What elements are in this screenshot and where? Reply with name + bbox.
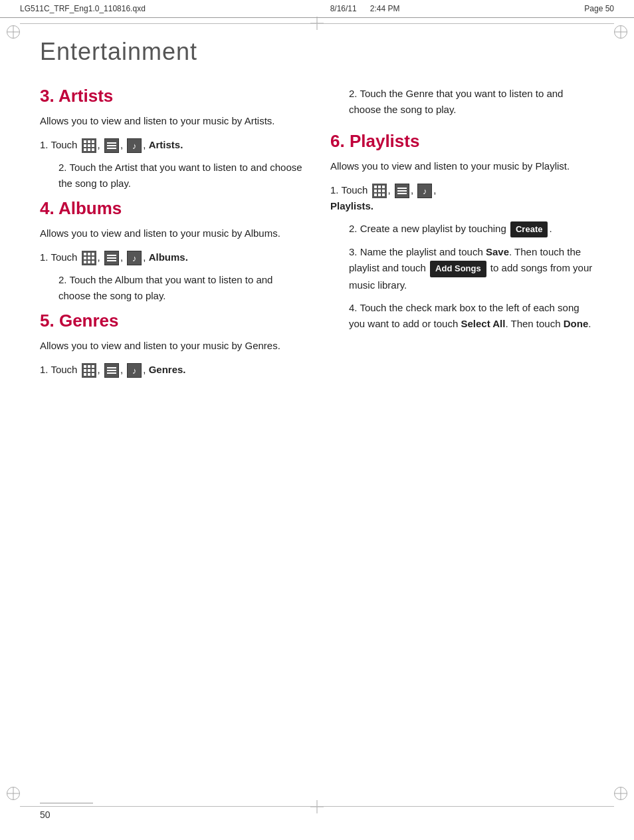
dot <box>88 261 90 263</box>
albums-step1: 1. Touch , <box>40 249 304 265</box>
dot <box>88 365 90 368</box>
menu-line <box>107 372 116 374</box>
center-mark-bottom <box>310 800 324 813</box>
footer-line <box>40 803 93 803</box>
music-icon-genres: ♪ <box>127 363 142 378</box>
dot <box>92 369 94 372</box>
dot <box>88 369 90 372</box>
genres-description: Allows you to view and listen to your mu… <box>40 338 304 354</box>
section-genres: 5. Genres Allows you to view and listen … <box>40 311 304 378</box>
genres-step1: 1. Touch , <box>40 362 304 378</box>
menu-line <box>107 145 116 146</box>
dot <box>84 253 86 255</box>
music-icon-albums: ♪ <box>127 251 142 265</box>
playlists-step1-prefix: 1. Touch <box>330 184 368 196</box>
playlists-description: Allows you to view and listen to your mu… <box>330 158 594 174</box>
dot <box>92 373 94 376</box>
create-button: Create <box>510 221 548 238</box>
albums-heading: 4. Albums <box>40 198 304 219</box>
dot <box>382 194 385 196</box>
menu-line <box>107 142 116 144</box>
menu-icon-albums <box>104 251 119 265</box>
playlists-step4-select-all: Select All <box>461 318 505 329</box>
col-left: 3. Artists Allows you to view and listen… <box>40 86 304 384</box>
header-filename: LG511C_TRF_Eng1.0_110816.qxd <box>20 4 146 13</box>
playlists-step2-prefix: 2. Create a new playlist by touching <box>349 223 506 234</box>
playlists-step3: 3. Name the playlist and touch Save. The… <box>349 244 594 293</box>
dot <box>84 365 86 368</box>
playlists-step3-save: Save <box>486 246 509 257</box>
artists-heading: 3. Artists <box>40 86 304 106</box>
dot <box>378 190 381 192</box>
artists-step1: 1. Touch , <box>40 137 304 153</box>
reg-mark-br <box>614 787 627 800</box>
artists-description: Allows you to view and listen to your mu… <box>40 113 304 129</box>
top-rule <box>20 23 614 24</box>
playlists-step1-suffix: Playlists. <box>330 200 373 211</box>
playlists-step3-prefix: 3. Name the playlist and touch <box>349 246 483 257</box>
dot <box>92 253 94 255</box>
albums-step1-prefix: 1. Touch <box>40 251 77 263</box>
genres-step1-suffix: Genres. <box>149 364 186 375</box>
dot <box>92 365 94 368</box>
add-songs-button: Add Songs <box>430 261 486 277</box>
artists-step2: 2. Touch the Artist that you want to lis… <box>58 160 304 192</box>
col-right: 2. Touch the Genre that you want to list… <box>330 86 594 384</box>
playlists-step1: 1. Touch , <box>330 182 594 214</box>
dot <box>84 373 86 376</box>
footer-page-number: 50 <box>40 809 51 820</box>
bottom-rule <box>20 806 614 807</box>
dot <box>374 194 377 196</box>
dot <box>88 148 90 151</box>
genres-heading: 5. Genres <box>40 311 304 331</box>
music-icon-playlists: ♪ <box>417 184 432 198</box>
dot <box>92 144 94 147</box>
albums-step1-suffix: Albums. <box>149 251 188 263</box>
dot <box>84 369 86 372</box>
header-bar: LG511C_TRF_Eng1.0_110816.qxd 8/16/11 2:4… <box>0 0 634 18</box>
playlists-step4-middle: . Then touch <box>505 318 560 329</box>
dot <box>84 261 86 263</box>
dot <box>92 257 94 259</box>
albums-description: Allows you to view and listen to your mu… <box>40 225 304 241</box>
menu-line <box>107 367 116 368</box>
section-artists: 3. Artists Allows you to view and listen… <box>40 86 304 192</box>
reg-mark-tr <box>614 25 627 39</box>
grid-icon-genres <box>82 363 96 378</box>
menu-icon-artists <box>104 138 119 153</box>
dot <box>88 257 90 259</box>
grid-icon-playlists <box>372 184 387 198</box>
albums-step2: 2. Touch the Album that you want to list… <box>58 272 304 304</box>
dot <box>382 186 385 188</box>
dot <box>88 140 90 143</box>
dot <box>88 253 90 255</box>
reg-mark-bl <box>7 787 20 800</box>
header-page: Page 50 <box>584 4 614 13</box>
menu-icon-playlists <box>395 184 409 198</box>
playlists-step4: 4. Touch the check mark box to the left … <box>349 300 594 332</box>
music-icon-artists: ♪ <box>127 138 142 153</box>
dot <box>382 190 385 192</box>
dot <box>378 194 381 196</box>
menu-line <box>107 255 116 256</box>
reg-mark-tl <box>7 25 20 39</box>
menu-line <box>107 260 116 261</box>
header-date: 8/16/11 <box>330 4 357 13</box>
grid-icon-artists <box>82 138 96 153</box>
dot <box>88 373 90 376</box>
dot <box>92 140 94 143</box>
dot <box>92 148 94 151</box>
menu-line <box>107 148 116 149</box>
dot <box>92 261 94 263</box>
menu-line <box>397 188 407 189</box>
menu-line <box>397 190 407 192</box>
dot <box>374 190 377 192</box>
grid-icon-albums <box>82 251 96 265</box>
playlists-step2-suffix: . <box>549 223 552 234</box>
playlists-heading: 6. Playlists <box>330 131 594 152</box>
genres-step2: 2. Touch the Genre that you want to list… <box>349 86 594 118</box>
playlists-step4-done: Done <box>564 318 589 329</box>
section-albums: 4. Albums Allows you to view and listen … <box>40 198 304 304</box>
playlists-step2: 2. Create a new playlist by touching Cre… <box>349 221 594 237</box>
page-title: Entertainment <box>40 38 594 66</box>
